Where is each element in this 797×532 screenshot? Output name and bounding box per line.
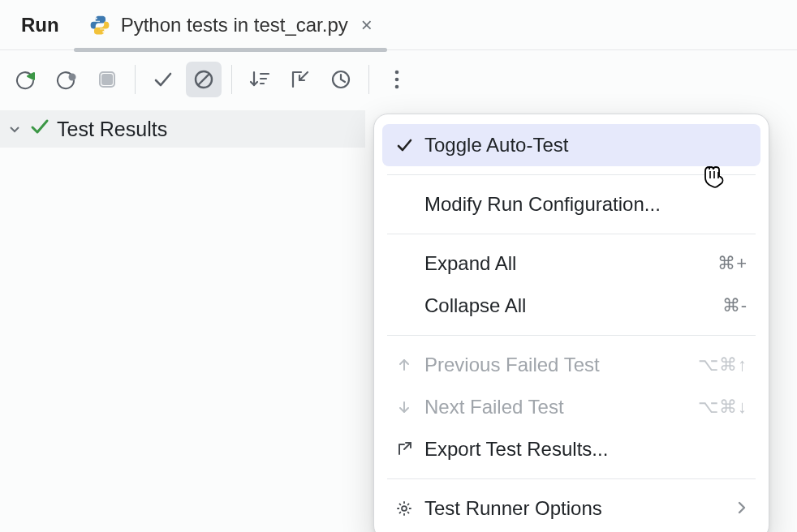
- checkmark-icon: [29, 116, 50, 142]
- svg-point-1: [102, 31, 104, 32]
- export-icon: [395, 441, 413, 457]
- svg-point-11: [395, 71, 399, 75]
- svg-point-12: [395, 78, 399, 82]
- menu-item-label: Modify Run Configuration...: [424, 193, 747, 216]
- menu-modify-run-config[interactable]: Modify Run Configuration...: [382, 183, 760, 225]
- stop-button[interactable]: [89, 62, 125, 97]
- shortcut-label: ⌥⌘↑: [698, 354, 747, 375]
- menu-item-label: Test Runner Options: [424, 497, 725, 520]
- context-menu: Toggle Auto-Test Modify Run Configuratio…: [373, 114, 769, 532]
- tree-root-label: Test Results: [57, 118, 167, 141]
- sort-button[interactable]: [242, 62, 278, 97]
- svg-point-14: [402, 506, 407, 511]
- svg-point-2: [69, 74, 76, 81]
- menu-separator: [387, 478, 756, 479]
- tab-python-tests-label: Python tests in test_car.py: [121, 14, 348, 36]
- svg-line-6: [198, 74, 209, 85]
- shortcut-label: ⌘-: [722, 295, 747, 316]
- toolbar: [0, 50, 797, 109]
- shortcut-label: ⌥⌘↓: [698, 397, 747, 418]
- import-results-button[interactable]: [282, 62, 318, 97]
- menu-separator: [387, 234, 756, 234]
- rerun-failed-button[interactable]: [49, 62, 84, 97]
- menu-item-label: Expand All: [424, 252, 706, 275]
- toolbar-separator: [135, 65, 136, 94]
- arrow-up-icon: [395, 358, 413, 372]
- svg-point-13: [395, 85, 399, 89]
- toolbar-separator: [231, 65, 232, 94]
- svg-rect-4: [101, 74, 113, 85]
- checkmark-icon: [395, 137, 413, 153]
- rerun-button[interactable]: [8, 62, 44, 97]
- tab-python-tests[interactable]: Python tests in test_car.py ×: [74, 0, 387, 50]
- menu-item-label: Toggle Auto-Test: [424, 134, 747, 157]
- tab-underline: [74, 48, 387, 52]
- menu-separator: [387, 174, 756, 175]
- python-file-icon: [88, 14, 111, 36]
- tree-root-row[interactable]: Test Results: [0, 110, 365, 148]
- gear-icon: [395, 500, 413, 517]
- history-button[interactable]: [323, 62, 359, 97]
- chevron-right-icon: [736, 497, 747, 520]
- toolbar-separator: [368, 65, 369, 94]
- menu-item-label: Collapse All: [424, 294, 711, 317]
- menu-item-label: Export Test Results...: [424, 438, 747, 461]
- test-tree-panel: Test Results: [0, 109, 365, 532]
- show-ignored-button[interactable]: [186, 62, 222, 97]
- menu-separator: [387, 335, 756, 336]
- tabbar: Run Python tests in test_car.py ×: [0, 0, 797, 50]
- menu-toggle-auto-test[interactable]: Toggle Auto-Test: [382, 124, 760, 166]
- menu-next-failed: Next Failed Test ⌥⌘↓: [382, 386, 760, 428]
- more-button[interactable]: [379, 62, 415, 97]
- menu-collapse-all[interactable]: Collapse All ⌘-: [382, 285, 760, 327]
- menu-runner-options[interactable]: Test Runner Options: [382, 487, 760, 530]
- menu-export-results[interactable]: Export Test Results...: [382, 428, 760, 470]
- shortcut-label: ⌘+: [717, 253, 747, 274]
- tab-run[interactable]: Run: [6, 0, 74, 50]
- menu-expand-all[interactable]: Expand All ⌘+: [382, 242, 760, 285]
- arrow-down-icon: [395, 400, 413, 414]
- tab-run-label: Run: [21, 14, 59, 36]
- menu-prev-failed: Previous Failed Test ⌥⌘↑: [382, 344, 760, 386]
- menu-item-label: Previous Failed Test: [424, 354, 687, 376]
- menu-item-label: Next Failed Test: [424, 396, 687, 418]
- close-icon[interactable]: ×: [361, 14, 373, 36]
- svg-point-0: [95, 17, 97, 19]
- chevron-down-icon: [6, 122, 23, 135]
- show-passed-button[interactable]: [145, 62, 181, 97]
